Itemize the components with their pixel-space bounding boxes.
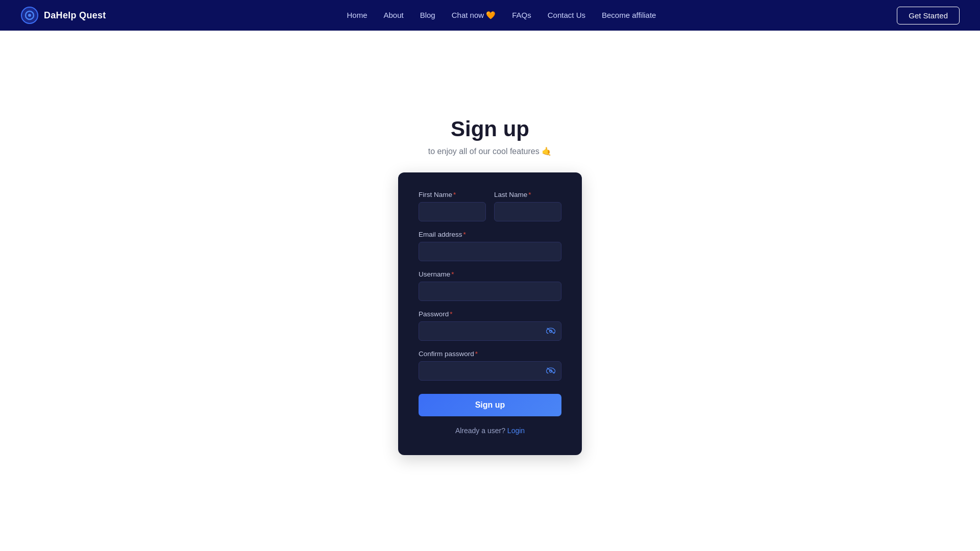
get-started-button[interactable]: Get Started: [897, 7, 960, 24]
password-group: Password*: [419, 310, 561, 341]
brand-logo-icon: [20, 6, 39, 24]
signup-form-card: First Name* Last Name* Email address* Us…: [398, 172, 582, 455]
nav-item-become-affiliate[interactable]: Become affiliate: [602, 11, 656, 20]
email-label: Email address*: [419, 231, 561, 238]
name-row: First Name* Last Name*: [419, 191, 561, 221]
confirm-password-input-wrapper: [419, 361, 561, 381]
nav-item-about[interactable]: About: [383, 11, 403, 20]
confirm-password-label: Confirm password*: [419, 350, 561, 358]
nav-link-contact-us[interactable]: Contact Us: [548, 11, 585, 19]
nav-link-become-affiliate[interactable]: Become affiliate: [602, 11, 656, 19]
page-subtitle: to enjoy all of our cool features 🤙: [428, 146, 552, 156]
login-link[interactable]: Login: [507, 427, 525, 435]
first-name-input[interactable]: [419, 202, 486, 221]
confirm-password-eye-icon[interactable]: [546, 366, 555, 375]
nav-links: Home About Blog Chat now 🧡 FAQs Contact …: [347, 11, 656, 20]
username-group: Username*: [419, 270, 561, 301]
email-group: Email address*: [419, 231, 561, 261]
username-label: Username*: [419, 270, 561, 278]
nav-link-faqs[interactable]: FAQs: [512, 11, 531, 19]
navbar: DaHelp Quest Home About Blog Chat now 🧡 …: [0, 0, 980, 31]
first-name-group: First Name*: [419, 191, 486, 221]
signup-button[interactable]: Sign up: [419, 394, 561, 416]
confirm-password-group: Confirm password*: [419, 350, 561, 381]
username-required: *: [451, 270, 454, 278]
nav-link-about[interactable]: About: [383, 11, 403, 19]
password-required: *: [450, 310, 452, 318]
page-title: Sign up: [451, 117, 529, 141]
last-name-required: *: [528, 191, 531, 198]
nav-item-contact-us[interactable]: Contact Us: [548, 11, 585, 20]
confirm-password-input[interactable]: [419, 361, 561, 381]
last-name-input[interactable]: [494, 202, 561, 221]
email-required: *: [463, 231, 466, 238]
username-input[interactable]: [419, 282, 561, 301]
confirm-password-required: *: [475, 350, 478, 358]
password-label: Password*: [419, 310, 561, 318]
svg-point-2: [28, 14, 31, 17]
nav-item-chat-now[interactable]: Chat now 🧡: [452, 11, 496, 20]
nav-item-blog[interactable]: Blog: [420, 11, 435, 20]
first-name-label: First Name*: [419, 191, 486, 198]
last-name-group: Last Name*: [494, 191, 561, 221]
password-input[interactable]: [419, 321, 561, 341]
brand-logo-link[interactable]: DaHelp Quest: [20, 6, 106, 24]
first-name-required: *: [453, 191, 456, 198]
brand-name: DaHelp Quest: [44, 10, 106, 21]
nav-item-faqs[interactable]: FAQs: [512, 11, 531, 20]
password-input-wrapper: [419, 321, 561, 341]
nav-link-chat-now[interactable]: Chat now 🧡: [452, 11, 496, 19]
email-input[interactable]: [419, 242, 561, 261]
nav-link-home[interactable]: Home: [347, 11, 367, 19]
password-eye-icon[interactable]: [546, 327, 555, 336]
nav-item-home[interactable]: Home: [347, 11, 367, 20]
last-name-label: Last Name*: [494, 191, 561, 198]
main-content: Sign up to enjoy all of our cool feature…: [0, 0, 980, 551]
login-prompt: Already a user? Login: [419, 427, 561, 435]
nav-link-blog[interactable]: Blog: [420, 11, 435, 19]
